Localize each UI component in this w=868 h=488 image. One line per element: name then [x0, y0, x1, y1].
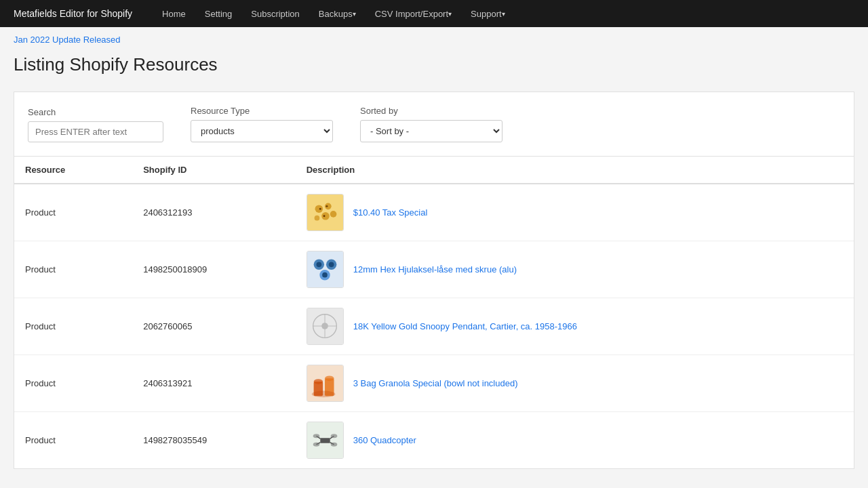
- svg-point-6: [319, 208, 321, 210]
- sorted-by-label: Sorted by: [360, 106, 502, 116]
- table-row: Product1498278035549 360 Quadcopter: [14, 412, 854, 469]
- table-row: Product2406312193 $10.40 Tax Special: [14, 184, 854, 241]
- desc-cell: $10.40 Tax Special: [307, 194, 843, 231]
- product-image: [307, 365, 344, 402]
- nav-links: Home Setting Subscription Backups CSV Im…: [153, 0, 515, 27]
- cell-description: 3 Bag Granola Special (bowl not included…: [296, 355, 854, 412]
- svg-point-26: [311, 391, 335, 398]
- page-title: Listing Shopify Resources: [14, 54, 854, 75]
- resources-table: Resource Shopify ID Description Product2…: [14, 157, 854, 468]
- svg-rect-28: [320, 438, 330, 443]
- svg-point-8: [323, 215, 325, 217]
- cell-resource: Product: [14, 412, 132, 469]
- product-link[interactable]: 360 Quadcopter: [353, 435, 416, 445]
- resource-type-group: Resource Type products customers orders …: [191, 106, 333, 142]
- product-image: [307, 308, 344, 345]
- search-input[interactable]: [28, 121, 163, 142]
- nav-csv[interactable]: CSV Import/Export: [366, 0, 461, 27]
- update-link[interactable]: Jan 2022 Update Released: [14, 35, 121, 45]
- product-image: [307, 251, 344, 288]
- svg-point-33: [313, 434, 319, 438]
- cell-description: 360 Quadcopter: [296, 412, 854, 469]
- cell-description: 12mm Hex Hjulaksel-låse med skrue (alu): [296, 241, 854, 298]
- cell-resource: Product: [14, 298, 132, 355]
- resource-type-label: Resource Type: [191, 106, 333, 116]
- svg-point-5: [330, 211, 336, 218]
- desc-cell: 3 Bag Granola Special (bowl not included…: [307, 365, 843, 402]
- svg-point-11: [316, 262, 321, 267]
- product-link[interactable]: 18K Yellow Gold Snoopy Pendant, Cartier,…: [353, 321, 577, 331]
- product-link[interactable]: $10.40 Tax Special: [353, 207, 428, 218]
- svg-point-13: [328, 262, 334, 267]
- desc-cell: 12mm Hex Hjulaksel-låse med skrue (alu): [307, 251, 843, 288]
- table-row: Product2062760065 18K Yellow Gold Snoopy…: [14, 298, 854, 355]
- filters-section: Search Resource Type products customers …: [14, 92, 854, 157]
- svg-rect-9: [307, 251, 343, 287]
- table-header-row: Resource Shopify ID Description: [14, 157, 854, 184]
- col-resource: Resource: [14, 157, 132, 184]
- cell-shopify-id: 2406313921: [132, 355, 296, 412]
- svg-point-3: [321, 212, 330, 220]
- cell-resource: Product: [14, 184, 132, 241]
- page-wrapper: Jan 2022 Update Released Listing Shopify…: [0, 27, 868, 483]
- nav-brand: Metafields Editor for Shopify: [14, 8, 132, 19]
- nav-setting[interactable]: Setting: [195, 0, 241, 27]
- cell-description: $10.40 Tax Special: [296, 184, 854, 241]
- desc-cell: 360 Quadcopter: [307, 422, 843, 459]
- product-link[interactable]: 12mm Hex Hjulaksel-låse med skrue (alu): [353, 264, 517, 274]
- product-link[interactable]: 3 Bag Granola Special (bowl not included…: [353, 378, 518, 388]
- svg-point-36: [330, 443, 337, 447]
- col-shopify-id: Shopify ID: [132, 157, 296, 184]
- navbar: Metafields Editor for Shopify Home Setti…: [0, 0, 868, 27]
- svg-point-4: [314, 216, 319, 221]
- nav-backups[interactable]: Backups: [309, 0, 366, 27]
- sorted-by-group: Sorted by - Sort by - Title A-Z Title Z-…: [360, 106, 502, 142]
- product-image: [307, 422, 344, 459]
- table-row: Product2406313921 3 Bag Granola Special …: [14, 355, 854, 412]
- resource-type-select[interactable]: products customers orders collections va…: [191, 120, 333, 142]
- nav-support[interactable]: Support: [461, 0, 515, 27]
- table-wrapper: Resource Shopify ID Description Product2…: [14, 157, 854, 469]
- cell-shopify-id: 1498278035549: [132, 412, 296, 469]
- col-description: Description: [296, 157, 854, 184]
- svg-point-7: [326, 205, 328, 207]
- cell-resource: Product: [14, 355, 132, 412]
- nav-home[interactable]: Home: [153, 0, 195, 27]
- search-group: Search: [28, 107, 163, 142]
- cell-shopify-id: 2062760065: [132, 298, 296, 355]
- svg-point-24: [313, 379, 322, 384]
- cell-shopify-id: 2406312193: [132, 184, 296, 241]
- svg-point-15: [322, 272, 328, 278]
- cell-resource: Product: [14, 241, 132, 298]
- sorted-by-select[interactable]: - Sort by - Title A-Z Title Z-A ID Ascen…: [360, 120, 502, 142]
- svg-point-34: [330, 434, 337, 438]
- svg-point-20: [321, 323, 328, 329]
- svg-point-35: [313, 443, 319, 447]
- product-image: [307, 194, 344, 231]
- desc-cell: 18K Yellow Gold Snoopy Pendant, Cartier,…: [307, 308, 843, 345]
- table-row: Product1498250018909 12mm Hex Hjulaksel-…: [14, 241, 854, 298]
- cell-description: 18K Yellow Gold Snoopy Pendant, Cartier,…: [296, 298, 854, 355]
- cell-shopify-id: 1498250018909: [132, 241, 296, 298]
- filters-row: Search Resource Type products customers …: [28, 106, 840, 142]
- svg-point-25: [325, 375, 334, 381]
- svg-point-1: [315, 205, 323, 213]
- search-label: Search: [28, 107, 163, 117]
- nav-subscription[interactable]: Subscription: [241, 0, 309, 27]
